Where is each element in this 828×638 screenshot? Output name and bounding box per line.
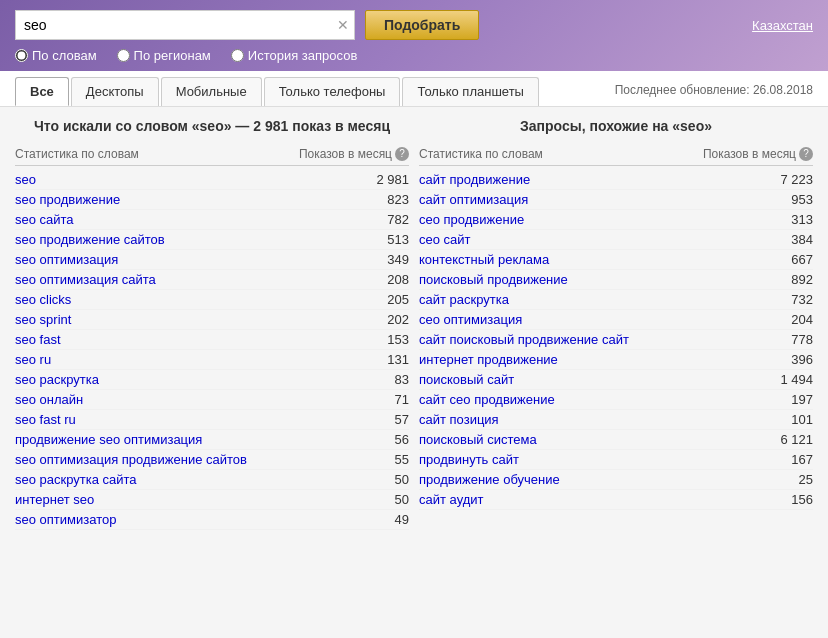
table-row: продвижение seo оптимизация56 bbox=[15, 430, 409, 450]
search-button[interactable]: Подобрать bbox=[365, 10, 479, 40]
keyword-link[interactable]: seo онлайн bbox=[15, 392, 83, 407]
keyword-link[interactable]: поисковый система bbox=[419, 432, 537, 447]
right-panel-title: Запросы, похожие на «seo» bbox=[419, 117, 813, 137]
left-info-icon[interactable]: ? bbox=[395, 147, 409, 161]
keyword-link[interactable]: сайт оптимизация bbox=[419, 192, 528, 207]
radio-history[interactable]: История запросов bbox=[231, 48, 358, 63]
count-cell: 396 bbox=[791, 352, 813, 367]
tab-mobile[interactable]: Мобильные bbox=[161, 77, 262, 106]
table-row: поисковый система6 121 bbox=[419, 430, 813, 450]
count-cell: 55 bbox=[395, 452, 409, 467]
keyword-link[interactable]: сайт аудит bbox=[419, 492, 484, 507]
keyword-link[interactable]: seo оптимизация bbox=[15, 252, 118, 267]
top-bar: ✕ Подобрать Казахстан По словам По регио… bbox=[0, 0, 828, 71]
keyword-link[interactable]: seo ru bbox=[15, 352, 51, 367]
table-row: сео оптимизация204 bbox=[419, 310, 813, 330]
search-input[interactable] bbox=[15, 10, 355, 40]
keyword-link[interactable]: seo fast bbox=[15, 332, 61, 347]
keyword-link[interactable]: seo bbox=[15, 172, 36, 187]
left-rows: seo2 981seo продвижение823seo сайта782se… bbox=[15, 170, 409, 530]
keyword-link[interactable]: seo продвижение bbox=[15, 192, 120, 207]
keyword-link[interactable]: seo оптимизация продвижение сайтов bbox=[15, 452, 247, 467]
count-cell: 384 bbox=[791, 232, 813, 247]
count-cell: 204 bbox=[791, 312, 813, 327]
keyword-link[interactable]: сайт поисковый продвижение сайт bbox=[419, 332, 629, 347]
keyword-link[interactable]: интернет продвижение bbox=[419, 352, 558, 367]
keyword-link[interactable]: seo оптимизация сайта bbox=[15, 272, 156, 287]
table-row: сайт позиция101 bbox=[419, 410, 813, 430]
count-cell: 7 223 bbox=[780, 172, 813, 187]
keyword-link[interactable]: сео продвижение bbox=[419, 212, 524, 227]
keyword-link[interactable]: сео сайт bbox=[419, 232, 471, 247]
count-cell: 6 121 bbox=[780, 432, 813, 447]
radio-by-regions[interactable]: По регионам bbox=[117, 48, 211, 63]
tab-all[interactable]: Все bbox=[15, 77, 69, 106]
table-row: сайт сео продвижение197 bbox=[419, 390, 813, 410]
keyword-link[interactable]: сео оптимизация bbox=[419, 312, 522, 327]
count-cell: 25 bbox=[799, 472, 813, 487]
table-row: интернет seo50 bbox=[15, 490, 409, 510]
right-rows: сайт продвижение7 223сайт оптимизация953… bbox=[419, 170, 813, 510]
keyword-link[interactable]: seo раскрутка bbox=[15, 372, 99, 387]
keyword-link[interactable]: сайт раскрутка bbox=[419, 292, 509, 307]
keyword-link[interactable]: seo раскрутка сайта bbox=[15, 472, 137, 487]
keyword-link[interactable]: сайт продвижение bbox=[419, 172, 530, 187]
clear-icon[interactable]: ✕ bbox=[337, 17, 349, 33]
keyword-link[interactable]: seo sprint bbox=[15, 312, 71, 327]
left-table-header: Статистика по словам Показов в месяц ? bbox=[15, 147, 409, 166]
radio-by-words[interactable]: По словам bbox=[15, 48, 97, 63]
keyword-link[interactable]: seo clicks bbox=[15, 292, 71, 307]
count-cell: 892 bbox=[791, 272, 813, 287]
table-row: сайт раскрутка732 bbox=[419, 290, 813, 310]
count-cell: 953 bbox=[791, 192, 813, 207]
table-row: сео продвижение313 bbox=[419, 210, 813, 230]
keyword-link[interactable]: сайт сео продвижение bbox=[419, 392, 555, 407]
table-row: seo онлайн71 bbox=[15, 390, 409, 410]
table-row: сайт продвижение7 223 bbox=[419, 170, 813, 190]
table-row: сео сайт384 bbox=[419, 230, 813, 250]
region-link[interactable]: Казахстан bbox=[752, 18, 813, 33]
tab-tablets[interactable]: Только планшеты bbox=[402, 77, 538, 106]
table-row: seo оптимизатор49 bbox=[15, 510, 409, 530]
table-row: seo clicks205 bbox=[15, 290, 409, 310]
left-panel-title: Что искали со словом «seo» — 2 981 показ… bbox=[15, 117, 409, 137]
right-table-header: Статистика по словам Показов в месяц ? bbox=[419, 147, 813, 166]
count-cell: 197 bbox=[791, 392, 813, 407]
count-cell: 56 bbox=[395, 432, 409, 447]
keyword-link[interactable]: seo продвижение сайтов bbox=[15, 232, 165, 247]
table-row: seo оптимизация349 bbox=[15, 250, 409, 270]
keyword-link[interactable]: seo fast ru bbox=[15, 412, 76, 427]
table-row: seo ru131 bbox=[15, 350, 409, 370]
keyword-link[interactable]: контекстный реклама bbox=[419, 252, 549, 267]
right-col-stat: Статистика по словам bbox=[419, 147, 543, 161]
table-row: контекстный реклама667 bbox=[419, 250, 813, 270]
table-row: seo продвижение сайтов513 bbox=[15, 230, 409, 250]
count-cell: 782 bbox=[387, 212, 409, 227]
tab-phones[interactable]: Только телефоны bbox=[264, 77, 401, 106]
keyword-link[interactable]: продвижение обучение bbox=[419, 472, 560, 487]
count-cell: 2 981 bbox=[376, 172, 409, 187]
table-row: seo оптимизация сайта208 bbox=[15, 270, 409, 290]
count-cell: 83 bbox=[395, 372, 409, 387]
keyword-link[interactable]: сайт позиция bbox=[419, 412, 499, 427]
keyword-link[interactable]: интернет seo bbox=[15, 492, 94, 507]
keyword-link[interactable]: поисковый сайт bbox=[419, 372, 514, 387]
count-cell: 202 bbox=[387, 312, 409, 327]
table-row: продвижение обучение25 bbox=[419, 470, 813, 490]
keyword-link[interactable]: продвижение seo оптимизация bbox=[15, 432, 202, 447]
keyword-link[interactable]: продвинуть сайт bbox=[419, 452, 519, 467]
table-row: seo fast ru57 bbox=[15, 410, 409, 430]
last-update: Последнее обновление: 26.08.2018 bbox=[615, 83, 813, 101]
left-col-shows: Показов в месяц ? bbox=[299, 147, 409, 161]
keyword-link[interactable]: seo оптимизатор bbox=[15, 512, 116, 527]
tab-desktop[interactable]: Десктопы bbox=[71, 77, 159, 106]
keyword-link[interactable]: seo сайта bbox=[15, 212, 74, 227]
table-row: поисковый сайт1 494 bbox=[419, 370, 813, 390]
count-cell: 349 bbox=[387, 252, 409, 267]
count-cell: 156 bbox=[791, 492, 813, 507]
table-row: сайт аудит156 bbox=[419, 490, 813, 510]
count-cell: 131 bbox=[387, 352, 409, 367]
right-info-icon[interactable]: ? bbox=[799, 147, 813, 161]
keyword-link[interactable]: поисковый продвижение bbox=[419, 272, 568, 287]
right-panel: Запросы, похожие на «seo» Статистика по … bbox=[419, 117, 813, 530]
